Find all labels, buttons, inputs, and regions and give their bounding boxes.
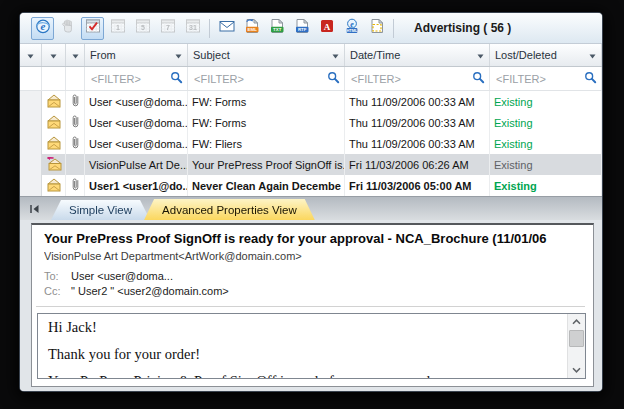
scrollbar-down-button[interactable] bbox=[568, 362, 585, 378]
save-as-eml-button[interactable]: EML bbox=[240, 17, 263, 40]
tab-advanced-properties-view[interactable]: Advanced Properties View bbox=[144, 199, 315, 220]
calendar-7-icon: 7 bbox=[160, 18, 176, 38]
toolbar-separator bbox=[209, 19, 210, 38]
column-dropdown-icon[interactable] bbox=[332, 49, 339, 61]
tabs: Simple ViewAdvanced Properties View bbox=[51, 199, 309, 220]
toolbar: e15731EMLTXTRTFAeHTML Advertising ( 56 ) bbox=[20, 13, 602, 44]
tab-scroll-left-button[interactable] bbox=[26, 201, 43, 217]
save-as-html-button[interactable]: eHTML bbox=[340, 17, 363, 40]
calendar-31-icon: 31 bbox=[185, 18, 201, 38]
mail-viewer-window: e15731EMLTXTRTFAeHTML Advertising ( 56 )… bbox=[20, 13, 602, 391]
open-in-browser-button[interactable]: e bbox=[31, 17, 54, 40]
filter-input-datetime[interactable] bbox=[349, 72, 472, 86]
view-tabstrip: Simple ViewAdvanced Properties View bbox=[20, 196, 602, 220]
save-as-rtf-button[interactable]: RTF bbox=[290, 17, 313, 40]
calendar-check-icon bbox=[85, 18, 101, 38]
scrollbar-up-button[interactable] bbox=[568, 314, 585, 330]
filter-cell-empty bbox=[42, 67, 66, 90]
save-as-mht-button[interactable] bbox=[365, 17, 388, 40]
filter-input-lost-deleted[interactable] bbox=[494, 72, 584, 86]
message-row[interactable]: VisionPulse Art De...Your PrePress Proof… bbox=[20, 154, 602, 175]
column-dropdown-icon[interactable] bbox=[175, 49, 182, 61]
column-header-lost-deleted[interactable]: Lost/Deleted bbox=[490, 44, 602, 66]
mail-replied-icon bbox=[46, 157, 62, 173]
column-dropdown-icon[interactable] bbox=[72, 49, 79, 61]
message-row[interactable]: User <user@doma...FW: FliersThu 11/09/20… bbox=[20, 133, 602, 154]
svg-text:1: 1 bbox=[116, 24, 120, 31]
filter-input-from[interactable] bbox=[89, 72, 170, 86]
subject-cell: FW: Fliers bbox=[188, 133, 345, 154]
datetime-cell: Thu 11/09/2006 00:33 AM bbox=[345, 112, 490, 133]
table-filter-row bbox=[20, 67, 602, 91]
column-header-mail-icon[interactable] bbox=[42, 44, 66, 66]
row-indicator bbox=[20, 133, 42, 154]
calendar-5-icon: 5 bbox=[135, 18, 151, 38]
status-badge: Existing bbox=[494, 117, 533, 129]
filter-input-subject[interactable] bbox=[192, 72, 327, 86]
body-scrollbar[interactable] bbox=[567, 314, 585, 378]
cc-label: Cc: bbox=[44, 285, 71, 297]
attachment-cell bbox=[66, 112, 85, 133]
message-row[interactable]: User <user@doma...FW: FormsThu 11/09/200… bbox=[20, 91, 602, 112]
datetime-cell: Fri 11/03/2006 06:26 AM bbox=[345, 154, 490, 175]
column-header-attachment[interactable] bbox=[66, 44, 85, 66]
paperclip-icon bbox=[71, 114, 80, 131]
cc-value: " User2 " <user2@domain.com> bbox=[71, 285, 229, 297]
column-dropdown-icon[interactable] bbox=[589, 49, 596, 61]
search-icon[interactable] bbox=[327, 70, 340, 88]
message-preview: Your PrePress Proof SignOff is ready for… bbox=[31, 223, 594, 387]
from-cell: User <user@doma... bbox=[85, 91, 188, 112]
message-row[interactable]: User <user@doma...FW: FormsThu 11/09/200… bbox=[20, 112, 602, 133]
attachment-cell bbox=[66, 91, 85, 112]
pan-tool-button[interactable] bbox=[56, 17, 79, 40]
column-header-datetime[interactable]: Date/Time bbox=[345, 44, 490, 66]
datetime-cell: Thu 11/09/2006 00:33 AM bbox=[345, 133, 490, 154]
column-header-subject[interactable]: Subject bbox=[188, 44, 345, 66]
table-body: User <user@doma...FW: FormsThu 11/09/200… bbox=[20, 91, 602, 196]
hand-icon bbox=[60, 18, 76, 38]
preview-to-row: To: User <user@doma... bbox=[44, 270, 593, 282]
mail-read-icon bbox=[46, 136, 62, 152]
filter-cell-subject bbox=[188, 67, 345, 90]
column-header-indicator[interactable] bbox=[20, 44, 42, 66]
svg-text:7: 7 bbox=[166, 24, 170, 31]
from-cell: User <user@doma... bbox=[85, 133, 188, 154]
message-row[interactable]: User1 <user1@do...Never Clean Again Dece… bbox=[20, 175, 602, 196]
status-badge: Existing bbox=[494, 138, 533, 150]
calendar-month-button[interactable]: 31 bbox=[181, 17, 204, 40]
save-as-pdf-button[interactable]: A bbox=[315, 17, 338, 40]
svg-text:e: e bbox=[40, 20, 45, 32]
scrollbar-thumb[interactable] bbox=[569, 330, 584, 347]
save-html-icon: eHTML bbox=[344, 18, 360, 38]
search-icon[interactable] bbox=[170, 70, 183, 88]
calendar-select-button[interactable] bbox=[81, 17, 104, 40]
column-dropdown-icon[interactable] bbox=[27, 49, 34, 61]
calendar-week-button[interactable]: 7 bbox=[156, 17, 179, 40]
tab-simple-view[interactable]: Simple View bbox=[51, 200, 150, 220]
preview-pane: Your PrePress Proof SignOff is ready for… bbox=[20, 220, 602, 391]
subject-cell: Your PrePress Proof SignOff is.. bbox=[188, 154, 345, 175]
calendar-work-week-button[interactable]: 5 bbox=[131, 17, 154, 40]
tab-label: Simple View bbox=[69, 204, 132, 216]
save-txt-icon: TXT bbox=[269, 18, 285, 38]
column-header-from[interactable]: From bbox=[85, 44, 188, 66]
column-dropdown-icon[interactable] bbox=[50, 49, 57, 61]
calendar-day-button[interactable]: 1 bbox=[106, 17, 129, 40]
folder-label: Advertising ( 56 ) bbox=[414, 21, 511, 35]
preview-subject: Your PrePress Proof SignOff is ready for… bbox=[44, 231, 593, 246]
paperclip-icon bbox=[71, 135, 80, 152]
save-as-msg-button[interactable] bbox=[215, 17, 238, 40]
search-icon[interactable] bbox=[472, 70, 485, 88]
filter-cell-empty bbox=[20, 67, 42, 90]
internet-explorer-icon: e bbox=[35, 18, 51, 38]
status-cell: Existing bbox=[490, 175, 602, 196]
search-icon[interactable] bbox=[584, 70, 597, 88]
svg-text:HTML: HTML bbox=[346, 28, 358, 33]
column-dropdown-icon[interactable] bbox=[477, 49, 484, 61]
datetime-cell: Fri 11/03/2006 05:00 AM bbox=[345, 175, 490, 196]
row-indicator bbox=[20, 91, 42, 112]
paperclip-icon bbox=[71, 93, 80, 110]
paperclip-icon bbox=[71, 177, 80, 194]
column-label: Date/Time bbox=[350, 49, 400, 61]
save-as-txt-button[interactable]: TXT bbox=[265, 17, 288, 40]
